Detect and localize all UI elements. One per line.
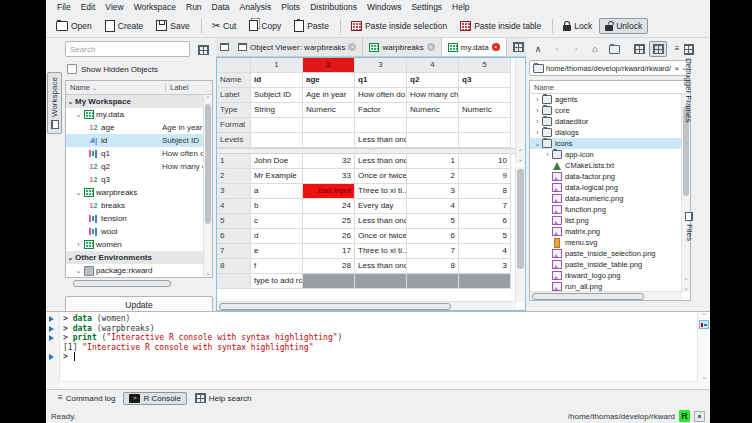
scrollbar-thumb[interactable] [205,104,211,224]
path-combobox[interactable]: home/thomas/develop/rkward/rkward/ × ⌄ [529,60,691,76]
scroll-up-arrow[interactable]: ⌃ [516,149,525,155]
scrollbar-thumb[interactable] [219,303,451,310]
data-cell[interactable]: Three to xi ti... [355,244,407,259]
show-hidden-checkbox[interactable] [67,64,77,74]
file-item-list-png[interactable]: list.png [530,215,682,226]
tree-item-warpbreaks[interactable]: ⌄warpbreaks [66,186,204,199]
meta-cell[interactable]: How often do... [355,88,407,103]
row-header[interactable]: 6 [217,229,251,244]
debugger-frames-side-tab[interactable]: Debugger Frames [682,40,696,126]
meta-cell[interactable] [303,118,355,133]
file-item-paste-inside-selection-png[interactable]: paste_inside_selection.png [530,248,682,259]
data-cell[interactable]: f [251,259,303,274]
expander-icon[interactable]: › [74,241,83,248]
toolview-tab-help-search[interactable]: Help search [189,391,258,405]
label-column-header[interactable]: Label [166,83,188,92]
expander-icon[interactable]: ⌄ [533,140,542,148]
meta-cell[interactable] [355,118,407,133]
data-cell[interactable]: 9 [459,169,511,184]
meta-cell[interactable] [459,88,511,103]
meta-row-header[interactable]: Format [217,118,251,133]
tree-item-age[interactable]: 12ageAge in year [66,121,204,134]
file-item-function-png[interactable]: function.png [530,204,682,215]
paste-inside-table-button[interactable]: Paste inside table [454,18,547,34]
meta-cell[interactable]: Numeric [303,103,355,118]
scrollbar-thumb[interactable] [532,293,644,300]
scroll-up-arrow[interactable]: ⌃ [698,313,710,319]
meta-row-header[interactable]: Levels [217,133,251,148]
file-item-agents[interactable]: ›agents [530,94,682,105]
menu-windows[interactable]: Windows [362,1,406,13]
scroll-down-arrow[interactable]: ⌄ [682,285,690,291]
scrollbar-thumb[interactable] [73,280,171,287]
menu-data[interactable]: Data [207,1,235,13]
unlock-button[interactable]: Unlock [599,18,648,34]
row-header[interactable]: 3 [217,184,251,199]
meta-cell[interactable]: q2 [407,73,459,88]
data-cell[interactable]: Once or twice... [355,169,407,184]
search-options-button[interactable] [193,41,213,59]
meta-cell[interactable]: Numeric [459,103,511,118]
data-cell[interactable]: 26 [303,229,355,244]
home-button[interactable]: ⌂ [586,41,604,57]
column-header-1[interactable]: 1 [251,58,303,73]
data-cell[interactable]: 1 [407,154,459,169]
expander-icon[interactable]: › [533,118,542,125]
scroll-up-arrow[interactable]: ⌃ [204,96,212,102]
scrollbar-thumb[interactable] [517,169,524,269]
data-cell[interactable]: d [251,229,303,244]
data-cell[interactable]: 4 [459,244,511,259]
meta-cell[interactable] [251,118,303,133]
meta-cell[interactable]: Age in year [303,88,355,103]
workspace-side-tab[interactable]: Workspace [47,72,62,134]
create-button[interactable]: Create [99,17,150,35]
expander-icon[interactable]: › [533,107,542,114]
menu-edit[interactable]: Edit [76,1,101,13]
file-item-paste-inside-table-png[interactable]: paste_inside_table.png [530,259,682,270]
row-header[interactable]: 1 [217,154,251,169]
expander-icon[interactable]: ⌄ [74,189,83,197]
object-tree-vscrollbar[interactable]: ⌃ ⌄ [203,95,212,277]
expander-icon[interactable]: ⌄ [74,111,83,119]
data-cell[interactable]: 3 [459,259,511,274]
file-item-cmakelists-txt[interactable]: CMakeLists.txt [530,160,682,171]
tree-item-wool[interactable]: wool [66,225,204,238]
meta-cell[interactable]: id [251,73,303,88]
row-header[interactable]: 4 [217,199,251,214]
forward-button[interactable]: › [567,41,585,57]
meta-cell[interactable] [407,118,459,133]
menu-plots[interactable]: Plots [276,1,305,13]
data-cell[interactable]: bad input [303,184,355,199]
status-working-directory[interactable]: /home/thomas/develop/rkward [568,412,675,421]
data-cell[interactable]: a [251,184,303,199]
data-cell[interactable]: Three to xi ti... [355,184,407,199]
data-cell[interactable]: Every day [355,199,407,214]
files-side-tab[interactable]: Files [683,208,696,245]
data-cell[interactable]: 5 [407,214,459,229]
menu-analysis[interactable]: Analysis [235,1,277,13]
column-header-4[interactable]: 4 [407,58,459,73]
data-cell[interactable]: 6 [407,229,459,244]
cut-button[interactable]: ✂ Cut [206,18,243,34]
column-header-2[interactable]: 2 [303,58,355,73]
column-header-5[interactable]: 5 [459,58,511,73]
copy-button[interactable]: Copy [243,17,287,34]
row-header[interactable]: 7 [217,244,251,259]
file-tree-header[interactable]: Name [530,81,690,94]
window-menu-button[interactable] [216,38,232,56]
toolview-tab-r-console[interactable]: >R Console [123,392,186,405]
r-status-icon[interactable] [694,411,705,422]
data-cell[interactable]: 25 [303,214,355,229]
expander-icon[interactable]: › [543,151,552,158]
data-cell[interactable]: 5 [459,229,511,244]
data-vscrollbar[interactable] [515,167,525,302]
meta-cell[interactable] [251,133,303,148]
tree-section-other-environments[interactable]: ⌄Other Environments [66,251,204,264]
data-cell[interactable]: John Doe [251,154,303,169]
data-cell[interactable]: 24 [303,199,355,214]
meta-cell[interactable] [459,118,511,133]
data-hscrollbar[interactable] [217,301,516,310]
meta-cell[interactable] [303,133,355,148]
tree-item-q1[interactable]: q1How often do... [66,147,204,160]
tree-item-tension[interactable]: tension [66,212,204,225]
